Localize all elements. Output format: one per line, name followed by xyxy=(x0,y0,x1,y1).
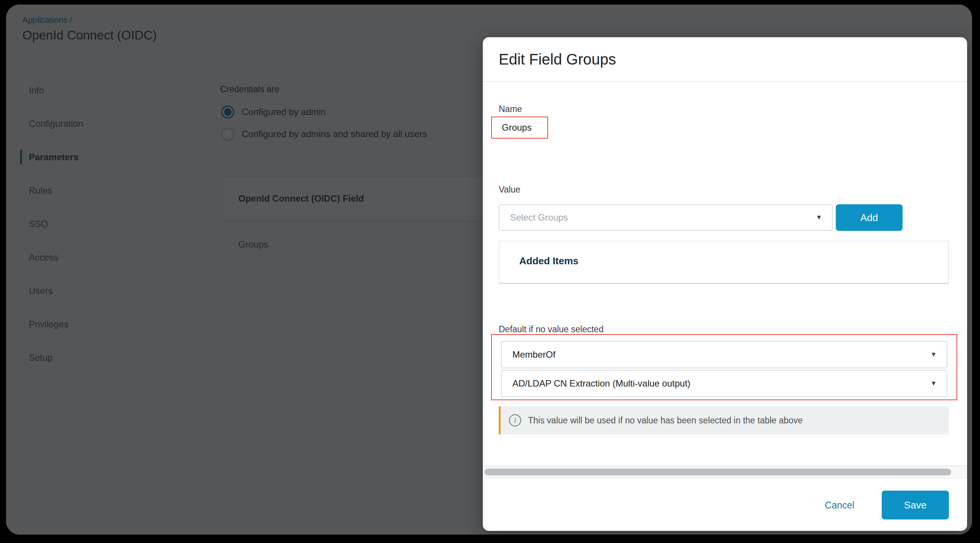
horizontal-scrollbar-track[interactable] xyxy=(483,465,967,478)
added-items-title: Added Items xyxy=(519,255,948,267)
select-groups-dropdown[interactable]: Select Groups ▼ xyxy=(499,204,833,231)
chevron-down-icon: ▼ xyxy=(930,351,937,358)
select-groups-placeholder: Select Groups xyxy=(510,205,568,230)
default-label: Default if no value selected xyxy=(499,324,603,334)
annotation-box-default-dropdowns: MemberOf ▼ AD/LDAP CN Extraction (Multi-… xyxy=(491,334,957,400)
added-items-panel: Added Items xyxy=(499,241,949,284)
memberof-value: MemberOf xyxy=(512,342,555,368)
info-note-text: This value will be used if no value has … xyxy=(528,416,803,426)
modal-header: Edit Field Groups xyxy=(483,37,967,82)
value-label: Value xyxy=(499,185,520,195)
horizontal-scrollbar-thumb[interactable] xyxy=(484,468,951,475)
name-input-highlighted[interactable]: Groups xyxy=(491,116,548,139)
extraction-value: AD/LDAP CN Extraction (Multi-value outpu… xyxy=(512,371,690,397)
name-label: Name xyxy=(499,104,522,114)
cancel-button[interactable]: Cancel xyxy=(809,490,870,519)
app-window: Applications / OpenId Connect (OIDC) Inf… xyxy=(6,5,972,535)
extraction-dropdown[interactable]: AD/LDAP CN Extraction (Multi-value outpu… xyxy=(501,370,947,397)
info-icon: i xyxy=(509,414,521,427)
memberof-dropdown[interactable]: MemberOf ▼ xyxy=(501,341,947,368)
name-value: Groups xyxy=(502,117,547,138)
save-button[interactable]: Save xyxy=(882,490,949,519)
add-button[interactable]: Add xyxy=(836,204,902,231)
edit-field-groups-modal: Edit Field Groups Name Groups Value Sele… xyxy=(483,37,967,531)
chevron-down-icon: ▼ xyxy=(816,214,822,221)
chevron-down-icon: ▼ xyxy=(930,380,937,387)
modal-title: Edit Field Groups xyxy=(499,37,616,81)
info-note: i This value will be used if no value ha… xyxy=(499,406,949,435)
